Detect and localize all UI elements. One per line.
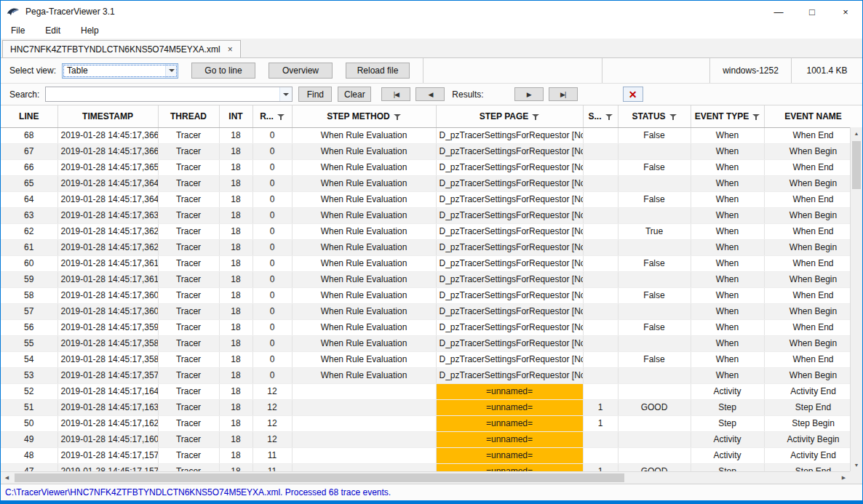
cell-r[interactable]: 0 [252,335,292,351]
cell-status[interactable] [618,207,691,223]
cell-event-name[interactable]: When End [764,287,862,303]
cell-step-method[interactable]: When Rule Evaluation [292,335,436,351]
menu-help[interactable]: Help [71,24,109,37]
clear-button[interactable]: Clear [338,87,371,102]
menu-file[interactable]: File [1,24,35,37]
cell-s[interactable] [583,159,618,175]
table-row[interactable]: 562019-01-28 14:45:17,359Tracer180When R… [1,319,862,335]
maximize-button[interactable]: □ [795,1,829,23]
cell-status[interactable]: False [618,287,691,303]
cell-event-name[interactable]: When Begin [764,207,862,223]
cell-line[interactable]: 52 [1,383,57,399]
cell-step-page[interactable]: =unnamed= [436,447,583,463]
cell-event-name[interactable]: When End [764,255,862,271]
cell-int[interactable]: 18 [219,399,252,415]
table-row[interactable]: 672019-01-28 14:45:17,366Tracer180When R… [1,143,862,159]
cell-thread[interactable]: Tracer [158,175,219,191]
cell-thread[interactable]: Tracer [158,447,219,463]
cell-thread[interactable]: Tracer [158,415,219,431]
cell-status[interactable]: True [618,223,691,239]
cell-r[interactable]: 0 [252,159,292,175]
cell-event-type[interactable]: When [691,335,764,351]
cell-step-method[interactable]: When Rule Evaluation [292,319,436,335]
cell-event-name[interactable]: When Begin [764,303,862,319]
table-row[interactable]: 622019-01-28 14:45:17,362Tracer180When R… [1,223,862,239]
cell-step-page[interactable]: D_pzTracerSettingsForRequestor [No... [436,207,583,223]
cell-timestamp[interactable]: 2019-01-28 14:45:17,361 [57,255,158,271]
cell-thread[interactable]: Tracer [158,351,219,367]
minimize-button[interactable]: — [762,1,795,23]
cell-timestamp[interactable]: 2019-01-28 14:45:17,162 [57,415,158,431]
cell-step-page[interactable]: D_pzTracerSettingsForRequestor [No... [436,191,583,207]
filter-icon[interactable] [394,113,401,121]
cell-r[interactable]: 0 [252,239,292,255]
cell-step-page[interactable]: D_pzTracerSettingsForRequestor [No... [436,367,583,383]
cell-step-method[interactable]: When Rule Evaluation [292,143,436,159]
cell-thread[interactable]: Tracer [158,255,219,271]
cell-r[interactable]: 12 [252,383,292,399]
cell-thread[interactable]: Tracer [158,143,219,159]
cell-event-name[interactable]: When Begin [764,239,862,255]
cell-s[interactable] [583,175,618,191]
cell-timestamp[interactable]: 2019-01-28 14:45:17,362 [57,239,158,255]
scroll-down-icon[interactable]: ▼ [851,459,862,471]
cell-int[interactable]: 18 [219,207,252,223]
cell-status[interactable] [618,447,691,463]
column-header-status[interactable]: STATUS [618,105,691,127]
cell-status[interactable]: False [618,319,691,335]
cell-event-name[interactable]: Step Begin [764,415,862,431]
cell-timestamp[interactable]: 2019-01-28 14:45:17,163 [57,399,158,415]
cell-s[interactable] [583,319,618,335]
cell-event-name[interactable]: When End [764,159,862,175]
column-header-event-type[interactable]: EVENT TYPE [691,105,764,127]
cell-s[interactable] [583,367,618,383]
cell-thread[interactable]: Tracer [158,223,219,239]
cell-status[interactable]: False [618,255,691,271]
cell-step-method[interactable]: When Rule Evaluation [292,159,436,175]
filter-icon[interactable] [605,113,613,121]
cell-line[interactable]: 56 [1,319,57,335]
cell-int[interactable]: 18 [219,159,252,175]
cell-status[interactable] [618,271,691,287]
cell-thread[interactable]: Tracer [158,431,219,447]
reload-file-button[interactable]: Reload file [346,63,410,79]
cell-event-name[interactable]: When Begin [764,175,862,191]
cell-s[interactable] [583,191,618,207]
cell-int[interactable]: 18 [219,287,252,303]
column-header-event-name[interactable]: EVENT NAME [764,105,862,127]
cell-r[interactable]: 0 [252,223,292,239]
cell-status[interactable]: False [618,351,691,367]
cell-timestamp[interactable]: 2019-01-28 14:45:17,364 [57,175,158,191]
cell-timestamp[interactable]: 2019-01-28 14:45:17,360 [57,303,158,319]
cell-s[interactable] [583,431,618,447]
cell-line[interactable]: 60 [1,255,57,271]
file-tab[interactable]: HNC7NFK4ZTFBTYNDLCTN6KNS5O74M5EYXA.xml × [2,40,241,57]
cell-timestamp[interactable]: 2019-01-28 14:45:17,360 [57,287,158,303]
cell-status[interactable] [618,415,691,431]
cell-line[interactable]: 64 [1,191,57,207]
cell-step-method[interactable]: When Rule Evaluation [292,351,436,367]
table-row[interactable]: 522019-01-28 14:45:17,164Tracer1812=unna… [1,383,862,399]
cell-step-method[interactable]: When Rule Evaluation [292,303,436,319]
search-input[interactable] [46,87,279,101]
cell-s[interactable] [583,383,618,399]
cell-event-type[interactable]: Activity [691,447,764,463]
cell-int[interactable]: 18 [219,415,252,431]
cell-r[interactable]: 0 [252,207,292,223]
cell-line[interactable]: 58 [1,287,57,303]
cell-step-page[interactable]: D_pzTracerSettingsForRequestor [No... [436,271,583,287]
cell-step-page[interactable]: D_pzTracerSettingsForRequestor [No... [436,335,583,351]
cell-event-type[interactable]: When [691,207,764,223]
cell-event-type[interactable]: Step [691,399,764,415]
cell-step-page[interactable]: D_pzTracerSettingsForRequestor [No... [436,143,583,159]
cell-int[interactable]: 18 [219,255,252,271]
vertical-scroll-track[interactable] [851,140,862,459]
cell-event-name[interactable]: Activity End [764,383,862,399]
filter-icon[interactable] [669,113,677,121]
cell-step-method[interactable]: When Rule Evaluation [292,175,436,191]
table-row[interactable]: 492019-01-28 14:45:17,160Tracer1812=unna… [1,431,862,447]
cell-step-method[interactable]: When Rule Evaluation [292,207,436,223]
next-result-button[interactable]: ▶ [514,87,544,101]
cell-s[interactable] [583,255,618,271]
cell-r[interactable]: 0 [252,143,292,159]
